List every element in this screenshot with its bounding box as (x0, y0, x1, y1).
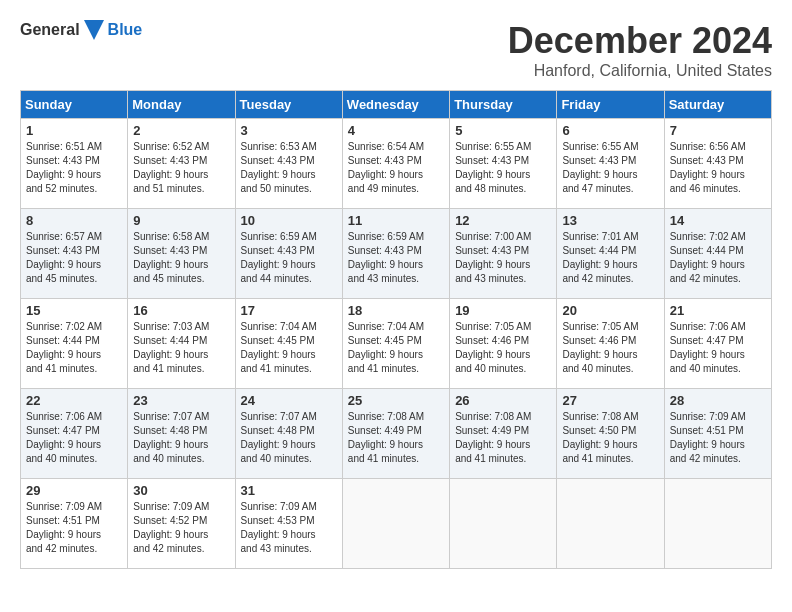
day-info: Sunrise: 6:57 AM Sunset: 4:43 PM Dayligh… (26, 230, 122, 286)
calendar-week-2: 8 Sunrise: 6:57 AM Sunset: 4:43 PM Dayli… (21, 209, 772, 299)
day-info: Sunrise: 6:53 AM Sunset: 4:43 PM Dayligh… (241, 140, 337, 196)
table-row: 13 Sunrise: 7:01 AM Sunset: 4:44 PM Dayl… (557, 209, 664, 299)
day-number: 15 (26, 303, 122, 318)
table-row: 27 Sunrise: 7:08 AM Sunset: 4:50 PM Dayl… (557, 389, 664, 479)
table-row: 23 Sunrise: 7:07 AM Sunset: 4:48 PM Dayl… (128, 389, 235, 479)
table-row: 5 Sunrise: 6:55 AM Sunset: 4:43 PM Dayli… (450, 119, 557, 209)
header-wednesday: Wednesday (342, 91, 449, 119)
day-number: 6 (562, 123, 658, 138)
day-number: 23 (133, 393, 229, 408)
table-row: 20 Sunrise: 7:05 AM Sunset: 4:46 PM Dayl… (557, 299, 664, 389)
table-row: 4 Sunrise: 6:54 AM Sunset: 4:43 PM Dayli… (342, 119, 449, 209)
calendar-week-3: 15 Sunrise: 7:02 AM Sunset: 4:44 PM Dayl… (21, 299, 772, 389)
day-number: 12 (455, 213, 551, 228)
table-row: 19 Sunrise: 7:05 AM Sunset: 4:46 PM Dayl… (450, 299, 557, 389)
table-row: 28 Sunrise: 7:09 AM Sunset: 4:51 PM Dayl… (664, 389, 771, 479)
day-number: 25 (348, 393, 444, 408)
logo-text-general: General (20, 21, 80, 39)
table-row: 3 Sunrise: 6:53 AM Sunset: 4:43 PM Dayli… (235, 119, 342, 209)
header-monday: Monday (128, 91, 235, 119)
day-number: 9 (133, 213, 229, 228)
day-info: Sunrise: 7:08 AM Sunset: 4:50 PM Dayligh… (562, 410, 658, 466)
day-number: 5 (455, 123, 551, 138)
table-row: 15 Sunrise: 7:02 AM Sunset: 4:44 PM Dayl… (21, 299, 128, 389)
day-info: Sunrise: 7:09 AM Sunset: 4:53 PM Dayligh… (241, 500, 337, 556)
table-row: 14 Sunrise: 7:02 AM Sunset: 4:44 PM Dayl… (664, 209, 771, 299)
calendar-table: Sunday Monday Tuesday Wednesday Thursday… (20, 90, 772, 569)
day-info: Sunrise: 6:51 AM Sunset: 4:43 PM Dayligh… (26, 140, 122, 196)
table-row: 11 Sunrise: 6:59 AM Sunset: 4:43 PM Dayl… (342, 209, 449, 299)
day-info: Sunrise: 7:05 AM Sunset: 4:46 PM Dayligh… (562, 320, 658, 376)
day-info: Sunrise: 7:08 AM Sunset: 4:49 PM Dayligh… (455, 410, 551, 466)
day-info: Sunrise: 6:54 AM Sunset: 4:43 PM Dayligh… (348, 140, 444, 196)
day-number: 3 (241, 123, 337, 138)
day-number: 21 (670, 303, 766, 318)
table-row: 1 Sunrise: 6:51 AM Sunset: 4:43 PM Dayli… (21, 119, 128, 209)
day-info: Sunrise: 6:58 AM Sunset: 4:43 PM Dayligh… (133, 230, 229, 286)
header-saturday: Saturday (664, 91, 771, 119)
day-number: 22 (26, 393, 122, 408)
day-number: 29 (26, 483, 122, 498)
table-row: 10 Sunrise: 6:59 AM Sunset: 4:43 PM Dayl… (235, 209, 342, 299)
day-number: 30 (133, 483, 229, 498)
subtitle: Hanford, California, United States (508, 62, 772, 80)
main-title: December 2024 (508, 20, 772, 62)
table-row (450, 479, 557, 569)
table-row: 29 Sunrise: 7:09 AM Sunset: 4:51 PM Dayl… (21, 479, 128, 569)
day-info: Sunrise: 6:56 AM Sunset: 4:43 PM Dayligh… (670, 140, 766, 196)
table-row: 21 Sunrise: 7:06 AM Sunset: 4:47 PM Dayl… (664, 299, 771, 389)
day-info: Sunrise: 6:55 AM Sunset: 4:43 PM Dayligh… (455, 140, 551, 196)
table-row (664, 479, 771, 569)
table-row: 6 Sunrise: 6:55 AM Sunset: 4:43 PM Dayli… (557, 119, 664, 209)
table-row: 31 Sunrise: 7:09 AM Sunset: 4:53 PM Dayl… (235, 479, 342, 569)
day-number: 16 (133, 303, 229, 318)
day-number: 31 (241, 483, 337, 498)
day-info: Sunrise: 7:02 AM Sunset: 4:44 PM Dayligh… (670, 230, 766, 286)
day-info: Sunrise: 7:09 AM Sunset: 4:51 PM Dayligh… (670, 410, 766, 466)
table-row: 7 Sunrise: 6:56 AM Sunset: 4:43 PM Dayli… (664, 119, 771, 209)
day-number: 11 (348, 213, 444, 228)
table-row: 8 Sunrise: 6:57 AM Sunset: 4:43 PM Dayli… (21, 209, 128, 299)
calendar-week-5: 29 Sunrise: 7:09 AM Sunset: 4:51 PM Dayl… (21, 479, 772, 569)
table-row: 17 Sunrise: 7:04 AM Sunset: 4:45 PM Dayl… (235, 299, 342, 389)
day-info: Sunrise: 7:09 AM Sunset: 4:52 PM Dayligh… (133, 500, 229, 556)
day-number: 8 (26, 213, 122, 228)
day-number: 19 (455, 303, 551, 318)
day-info: Sunrise: 6:59 AM Sunset: 4:43 PM Dayligh… (348, 230, 444, 286)
day-info: Sunrise: 7:03 AM Sunset: 4:44 PM Dayligh… (133, 320, 229, 376)
day-info: Sunrise: 7:05 AM Sunset: 4:46 PM Dayligh… (455, 320, 551, 376)
table-row: 30 Sunrise: 7:09 AM Sunset: 4:52 PM Dayl… (128, 479, 235, 569)
day-number: 2 (133, 123, 229, 138)
header-sunday: Sunday (21, 91, 128, 119)
logo: General Blue (20, 20, 142, 40)
day-info: Sunrise: 7:00 AM Sunset: 4:43 PM Dayligh… (455, 230, 551, 286)
day-info: Sunrise: 6:55 AM Sunset: 4:43 PM Dayligh… (562, 140, 658, 196)
calendar-week-1: 1 Sunrise: 6:51 AM Sunset: 4:43 PM Dayli… (21, 119, 772, 209)
calendar-week-4: 22 Sunrise: 7:06 AM Sunset: 4:47 PM Dayl… (21, 389, 772, 479)
day-number: 4 (348, 123, 444, 138)
table-row: 26 Sunrise: 7:08 AM Sunset: 4:49 PM Dayl… (450, 389, 557, 479)
day-number: 14 (670, 213, 766, 228)
day-number: 17 (241, 303, 337, 318)
table-row: 22 Sunrise: 7:06 AM Sunset: 4:47 PM Dayl… (21, 389, 128, 479)
day-info: Sunrise: 7:02 AM Sunset: 4:44 PM Dayligh… (26, 320, 122, 376)
day-info: Sunrise: 6:59 AM Sunset: 4:43 PM Dayligh… (241, 230, 337, 286)
header-thursday: Thursday (450, 91, 557, 119)
table-row: 12 Sunrise: 7:00 AM Sunset: 4:43 PM Dayl… (450, 209, 557, 299)
logo-arrow-icon (84, 20, 104, 40)
day-info: Sunrise: 7:04 AM Sunset: 4:45 PM Dayligh… (241, 320, 337, 376)
table-row: 2 Sunrise: 6:52 AM Sunset: 4:43 PM Dayli… (128, 119, 235, 209)
day-number: 24 (241, 393, 337, 408)
svg-marker-0 (84, 20, 104, 40)
day-info: Sunrise: 7:07 AM Sunset: 4:48 PM Dayligh… (133, 410, 229, 466)
table-row: 25 Sunrise: 7:08 AM Sunset: 4:49 PM Dayl… (342, 389, 449, 479)
day-info: Sunrise: 7:06 AM Sunset: 4:47 PM Dayligh… (26, 410, 122, 466)
header: General Blue December 2024 Hanford, Cali… (20, 20, 772, 80)
title-area: December 2024 Hanford, California, Unite… (508, 20, 772, 80)
day-info: Sunrise: 7:04 AM Sunset: 4:45 PM Dayligh… (348, 320, 444, 376)
header-friday: Friday (557, 91, 664, 119)
logo-text-blue: Blue (108, 21, 143, 39)
day-info: Sunrise: 7:08 AM Sunset: 4:49 PM Dayligh… (348, 410, 444, 466)
day-number: 13 (562, 213, 658, 228)
calendar-header-row: Sunday Monday Tuesday Wednesday Thursday… (21, 91, 772, 119)
